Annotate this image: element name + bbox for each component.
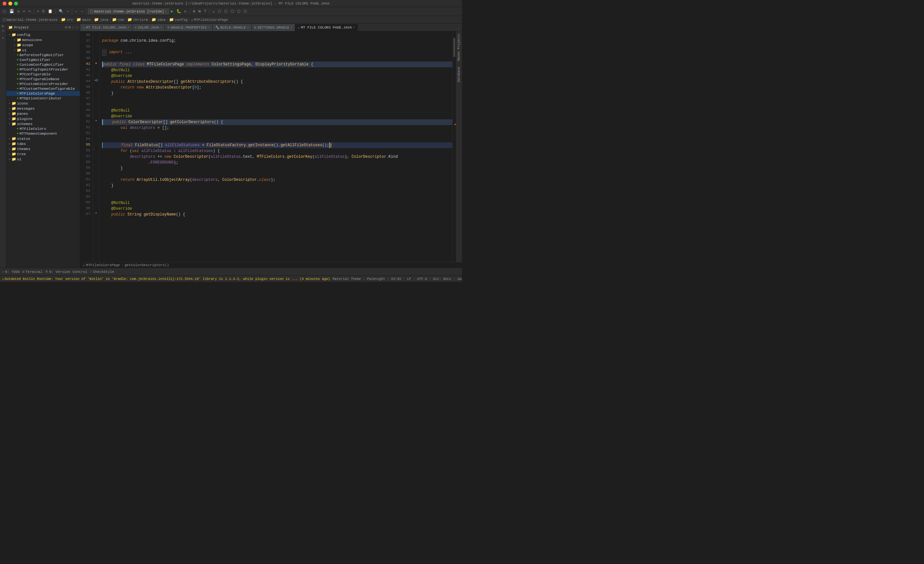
tree-item-before-config[interactable]: ▸ ● BeforeConfigNotifier xyxy=(6,52,80,57)
close-button[interactable] xyxy=(3,1,6,6)
synchronize-button[interactable]: ↻ xyxy=(16,8,21,15)
tree-item-icons[interactable]: ▸ 📁 icons xyxy=(6,101,80,106)
tool4-button[interactable]: ⬡ xyxy=(236,8,242,15)
fold-marker-import[interactable]: + xyxy=(102,49,106,56)
structure-button[interactable]: ⊞ xyxy=(197,8,202,15)
tab-color-java[interactable]: ≡ COLOR.JAVA × xyxy=(132,24,165,31)
panel-layout-btn[interactable]: ⊞ xyxy=(68,25,70,30)
tool2-button[interactable]: ⬡ xyxy=(223,8,229,15)
bc-java[interactable]: 📁 java xyxy=(94,17,108,22)
tab-gradle-props[interactable]: ≡ GRADLE.PROPERTIES × xyxy=(165,24,213,31)
database-panel-tab[interactable]: Database xyxy=(457,66,461,83)
settings-button[interactable]: ⚙ xyxy=(192,8,196,15)
status-encoding[interactable]: UTF-8 xyxy=(417,277,428,281)
method-bc-class[interactable]: MTFileColorsPage xyxy=(86,263,120,267)
tree-item-schemes[interactable]: ▾ 📁 schemes xyxy=(6,121,80,126)
minimize-button[interactable] xyxy=(8,1,12,6)
replace-button[interactable]: ↔ xyxy=(66,9,70,15)
panel-gear-btn[interactable]: ⚙ xyxy=(65,25,67,30)
code-content[interactable]: package com.chrisrm.idea.config; + impor… xyxy=(99,31,452,262)
sdk-button[interactable]: ☕ xyxy=(211,8,216,15)
run-config-selector[interactable]: ⬡ material-theme-jetbrains [runIde] ▾ xyxy=(88,9,169,14)
tree-item-menuicons[interactable]: ▸ 📁 menuicons xyxy=(6,37,80,42)
status-lang[interactable]: Java xyxy=(457,277,462,281)
tree-item-scope[interactable]: ▸ 📁 scope xyxy=(6,42,80,48)
structure-panel-btn[interactable]: ≡ xyxy=(2,29,4,33)
cut-button[interactable]: ✂ xyxy=(36,8,40,15)
tool5-button[interactable]: ⬡ xyxy=(242,8,248,15)
tree-item-mtcustom[interactable]: ▸ ● MTCustomColorsProvider xyxy=(6,81,80,86)
save-all-button[interactable]: 💾 xyxy=(8,8,15,15)
help-button[interactable]: ? xyxy=(203,9,208,15)
status-lf[interactable]: LF xyxy=(407,277,411,281)
status-git[interactable]: Git: docs xyxy=(433,277,452,281)
panel-expand-btn[interactable]: ↔ xyxy=(76,25,78,30)
tab-close-4[interactable]: × xyxy=(247,26,249,29)
bc-file[interactable]: ☕ MTFileColorsPage xyxy=(191,18,228,22)
bc-com[interactable]: 📁 com xyxy=(112,17,124,22)
tab-close-3[interactable]: × xyxy=(208,26,210,29)
tool1-button[interactable]: ⬡ xyxy=(217,8,222,15)
checkstyle-btn[interactable]: ✓ CheckStyle xyxy=(90,270,114,274)
scrollbar-thumb[interactable] xyxy=(453,38,455,57)
copy-button[interactable]: ⎘ xyxy=(41,9,46,15)
maven-panel-tab[interactable]: Maven Projects xyxy=(457,33,461,62)
tree-item-mtcustomtheme[interactable]: ▸ ● MTCustomThemeConfigurable xyxy=(6,86,80,91)
tree-item-plugins[interactable]: ▸ 📁 plugins xyxy=(6,116,80,121)
tree-item-ui[interactable]: ▸ 📁 ui xyxy=(6,157,80,162)
tab-mtfilecolorspage-java[interactable]: ☕ MT FILE COLORS PAGE.JAVA × xyxy=(295,24,358,31)
status-theme[interactable]: Material Theme - Palenight xyxy=(333,277,386,281)
method-bc-method[interactable]: getColorDescriptors() xyxy=(124,263,169,267)
tool3-button[interactable]: ⬡ xyxy=(230,8,235,15)
tab-overflow-btn[interactable]: ⋮ xyxy=(454,27,462,31)
version-control-btn[interactable]: ⑨ 9: Version Control xyxy=(45,270,87,274)
tree-item-themes[interactable]: ▸ 📁 themes xyxy=(6,146,80,151)
maximize-button[interactable] xyxy=(14,1,18,6)
panel-scroll-btn[interactable]: ↕ xyxy=(72,25,74,30)
find-button[interactable]: 🔍 xyxy=(57,8,65,15)
bc-chrisrm[interactable]: 📁 chrisrm xyxy=(128,17,148,22)
bc-project[interactable]: ⬡ material-theme-jetbrains xyxy=(3,17,57,22)
vertical-scrollbar[interactable] xyxy=(452,31,456,262)
favorites-btn[interactable]: ★ xyxy=(2,36,4,40)
tree-item-config[interactable]: ▾ 📁 config xyxy=(6,32,80,37)
debug-button[interactable]: 🐛 xyxy=(175,8,183,15)
back-button[interactable]: ← xyxy=(74,9,79,15)
tree-item-custom-config[interactable]: ▸ ● CustomConfigNotifier xyxy=(6,62,80,67)
tab-close-5[interactable]: × xyxy=(291,26,292,29)
run-button[interactable]: ▶ xyxy=(170,8,174,15)
fold-plus[interactable]: + xyxy=(93,148,94,151)
tree-item-messages[interactable]: ▸ 📁 messages xyxy=(6,106,80,111)
tree-item-tree[interactable]: ▸ 📁 tree xyxy=(6,151,80,157)
redo-button[interactable]: ↪ xyxy=(27,8,32,15)
tab-close-6[interactable]: × xyxy=(353,26,355,29)
tree-item-mtoption[interactable]: ▸ ● MTOptionContributor xyxy=(6,96,80,101)
bc-src[interactable]: 📁 src xyxy=(61,17,73,22)
paste-button[interactable]: 📋 xyxy=(46,8,54,15)
tree-item-mtconfig[interactable]: ▸ ● MTConfigurable xyxy=(6,72,80,76)
undo-button[interactable]: ↩ xyxy=(21,8,26,15)
tree-item-config-notifier[interactable]: ▸ ● ConfigNotifier xyxy=(6,57,80,62)
tree-item-mtfilecolors[interactable]: ▸ ● MTFileColors xyxy=(6,126,80,131)
todo-panel-btn[interactable]: ✓ 6: TODO xyxy=(2,270,20,274)
tab-settings-gradle[interactable]: ⚙ SETTINGS.GRADLE × xyxy=(252,24,295,31)
tree-item-ui-sub[interactable]: ▸ 📁 ui xyxy=(6,48,80,52)
tab-close-2[interactable]: × xyxy=(160,26,162,29)
bc-main[interactable]: 📁 main xyxy=(76,17,90,22)
tree-item-status[interactable]: ▸ 📁 status xyxy=(6,136,80,141)
tree-item-tabs[interactable]: ▸ 📁 tabs xyxy=(6,141,80,146)
tree-item-mtconfigbase[interactable]: ▸ ● MTConfigurableBase xyxy=(6,76,80,81)
tree-item-mtthemes[interactable]: ▸ ● MTThemesComponent xyxy=(6,131,80,136)
tree-item-mttophit[interactable]: ▸ ● MTConfigTopHitProvider xyxy=(6,67,80,72)
tab-mtfilecolors-java[interactable]: ☕ MT FILE COLORS.JAVA × xyxy=(80,24,132,31)
run-coverage-button[interactable]: ▷ xyxy=(183,8,188,15)
tab-build-gradle[interactable]: 🔧 BUILD.GRADLE × xyxy=(213,24,252,31)
tab-close-1[interactable]: × xyxy=(128,26,129,29)
terminal-btn[interactable]: ⊞ Terminal xyxy=(22,270,42,274)
status-warning[interactable]: ⚠ Outdated Kotlin Runtime: Your version … xyxy=(2,277,330,281)
bc-config[interactable]: 📁 config xyxy=(169,17,188,22)
project-panel-button[interactable]: P xyxy=(1,25,5,27)
tree-item-panes[interactable]: ▸ 📁 panes xyxy=(6,111,80,116)
status-position[interactable]: 63:95 xyxy=(391,277,401,281)
forward-button[interactable]: → xyxy=(79,9,84,15)
